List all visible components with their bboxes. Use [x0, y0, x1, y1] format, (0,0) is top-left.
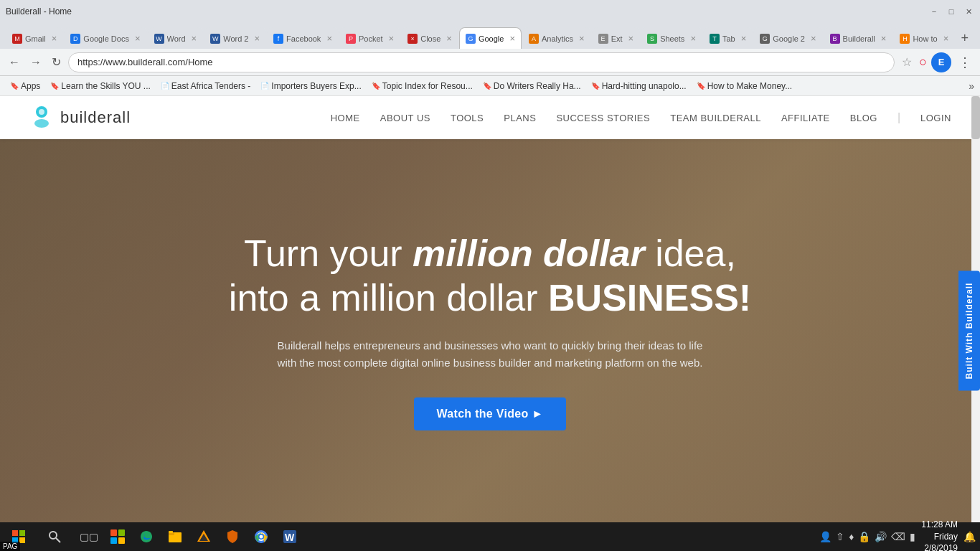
new-tab-button[interactable]: + — [955, 27, 974, 49]
svg-point-2 — [39, 109, 44, 115]
bookmark-item-7[interactable]: 🔖Hard-hitting unapolo... — [587, 80, 691, 93]
tab-label: Google 2 — [773, 34, 805, 43]
nav-login[interactable]: LOGIN — [920, 113, 951, 123]
window-title: Builderall - Home — [6, 6, 72, 17]
browser-tab-7[interactable]: × Close × — [401, 27, 458, 49]
browser-tab-9[interactable]: A Analytics × — [522, 27, 591, 49]
tab-close-icon[interactable]: × — [628, 33, 634, 44]
maximize-button[interactable]: □ — [946, 6, 957, 17]
scrollbar-thumb[interactable] — [971, 96, 980, 139]
tab-bar: M Gmail × D Google Docs × W Word × W Wor… — [0, 23, 980, 49]
tab-favicon: T — [710, 34, 720, 44]
notification-button[interactable]: 🔔 — [963, 531, 976, 542]
pinterest-icon[interactable]: ○ — [919, 55, 927, 70]
tray-security-icon[interactable]: 🔒 — [858, 531, 870, 542]
tab-close-icon[interactable]: × — [881, 33, 887, 44]
bookmark-label: Topic Index for Resou... — [382, 81, 473, 91]
system-clock[interactable]: 11:28 AM Friday 2/8/2019 — [921, 519, 958, 551]
taskbar-word-icon[interactable]: W — [277, 524, 303, 550]
profile-button[interactable]: E — [931, 52, 951, 72]
bookmark-item-5[interactable]: 🔖Topic Index for Resou... — [367, 80, 477, 93]
taskbar-explorer-icon[interactable] — [162, 524, 188, 550]
bookmark-star-icon[interactable]: ☆ — [899, 52, 915, 72]
close-button[interactable]: ✕ — [963, 6, 974, 17]
tab-close-icon[interactable]: × — [811, 33, 816, 44]
browser-tab-2[interactable]: D Google Docs × — [64, 27, 146, 49]
tab-close-icon[interactable]: × — [389, 33, 395, 44]
taskbar-search[interactable] — [36, 524, 73, 550]
clock-time: 11:28 AM — [921, 519, 958, 531]
browser-tab-12[interactable]: T Tab × — [703, 27, 753, 49]
nav-plans[interactable]: PLANS — [504, 113, 536, 123]
bookmark-item-8[interactable]: 🔖How to Make Money... — [692, 80, 797, 93]
chrome-menu-button[interactable]: ⋮ — [956, 52, 974, 73]
tab-close-icon[interactable]: × — [446, 33, 452, 44]
svg-rect-15 — [169, 531, 173, 533]
edge-icon — [138, 529, 154, 545]
address-input[interactable] — [68, 52, 895, 72]
tray-network-icon[interactable]: ⌫ — [891, 531, 905, 542]
bookmark-item-4[interactable]: 📄Importers Buyers Exp... — [256, 80, 365, 93]
website-content: builderall HOME ABOUT US TOOLS PLANS SUC… — [0, 96, 980, 522]
tray-volume-icon[interactable]: 🔊 — [875, 531, 887, 542]
tab-close-icon[interactable]: × — [690, 33, 696, 44]
forward-button[interactable]: → — [27, 53, 44, 72]
bookmarks-more-button[interactable]: » — [969, 80, 974, 92]
tab-close-icon[interactable]: × — [741, 33, 747, 44]
bookmark-item-1[interactable]: 🔖Apps — [6, 80, 44, 93]
nav-tools[interactable]: TOOLS — [451, 113, 484, 123]
taskbar-security-icon[interactable] — [220, 524, 245, 550]
tab-close-icon[interactable]: × — [509, 33, 515, 44]
tab-favicon: P — [346, 34, 356, 44]
nav-home[interactable]: HOME — [331, 113, 360, 123]
tray-battery-icon[interactable]: ▮ — [910, 531, 915, 542]
nav-affiliate[interactable]: AFFILIATE — [781, 113, 830, 123]
vlc-icon — [196, 529, 212, 545]
reload-button[interactable]: ↻ — [49, 52, 64, 72]
bookmark-item-2[interactable]: 🔖Learn the Skills YOU ... — [46, 80, 155, 93]
browser-tab-11[interactable]: S Sheets × — [641, 27, 702, 49]
tab-close-icon[interactable]: × — [52, 33, 57, 44]
browser-tab-1[interactable]: M Gmail × — [6, 27, 63, 49]
tab-close-icon[interactable]: × — [943, 33, 949, 44]
taskbar-edge-icon[interactable] — [133, 524, 159, 550]
nav-team[interactable]: TEAM BUILDERALL — [670, 113, 761, 123]
svg-point-1 — [34, 119, 49, 128]
task-view-button[interactable]: ▢▢ — [76, 524, 102, 550]
browser-tab-15[interactable]: H How to × — [893, 27, 955, 49]
browser-tab-10[interactable]: E Ext × — [592, 27, 641, 49]
tray-dropbox-icon[interactable]: ♦ — [849, 531, 854, 542]
taskbar-chrome-icon[interactable] — [248, 524, 274, 550]
minimize-button[interactable]: − — [928, 6, 940, 17]
watch-video-button[interactable]: Watch the Video ► — [414, 397, 567, 430]
side-cta-button[interactable]: Built With Builderall — [958, 271, 980, 391]
hero-title-line2-prefix: into a million dollar — [229, 277, 548, 319]
taskbar-vlc-icon[interactable] — [191, 524, 217, 550]
taskbar-store-icon[interactable] — [105, 524, 131, 550]
bookmark-item-6[interactable]: 🔖Do Writers Really Ha... — [479, 80, 585, 93]
browser-tab-13[interactable]: G Google 2 × — [753, 27, 822, 49]
browser-tab-6[interactable]: P Pocket × — [339, 27, 400, 49]
bookmark-item-3[interactable]: 📄East Africa Tenders - — [156, 80, 255, 93]
page-indicator: PAG — [0, 542, 20, 551]
browser-tab-4[interactable]: W Word 2 × — [204, 27, 266, 49]
browser-tab-14[interactable]: B Builderall × — [824, 27, 893, 49]
hero-content: Turn your million dollar idea, into a mi… — [229, 231, 751, 431]
tab-close-icon[interactable]: × — [135, 33, 141, 44]
tray-people-icon[interactable]: 👤 — [819, 531, 831, 542]
back-button[interactable]: ← — [6, 53, 23, 72]
nav-success[interactable]: SUCCESS STORIES — [556, 113, 650, 123]
nav-about[interactable]: ABOUT US — [380, 113, 430, 123]
tab-favicon: × — [407, 34, 418, 44]
tray-arrow-icon[interactable]: ⇧ — [836, 531, 844, 542]
browser-tab-8[interactable]: G Google × — [459, 27, 522, 49]
tab-close-icon[interactable]: × — [254, 33, 260, 44]
site-logo[interactable]: builderall — [29, 105, 131, 131]
tab-close-icon[interactable]: × — [579, 33, 585, 44]
browser-tab-3[interactable]: W Word × — [148, 27, 204, 49]
hero-title-emphasis: million dollar — [413, 232, 645, 274]
nav-blog[interactable]: BLOG — [850, 113, 877, 123]
tab-close-icon[interactable]: × — [326, 33, 332, 44]
tab-close-icon[interactable]: × — [192, 33, 197, 44]
browser-tab-5[interactable]: f Facebook × — [267, 27, 339, 49]
